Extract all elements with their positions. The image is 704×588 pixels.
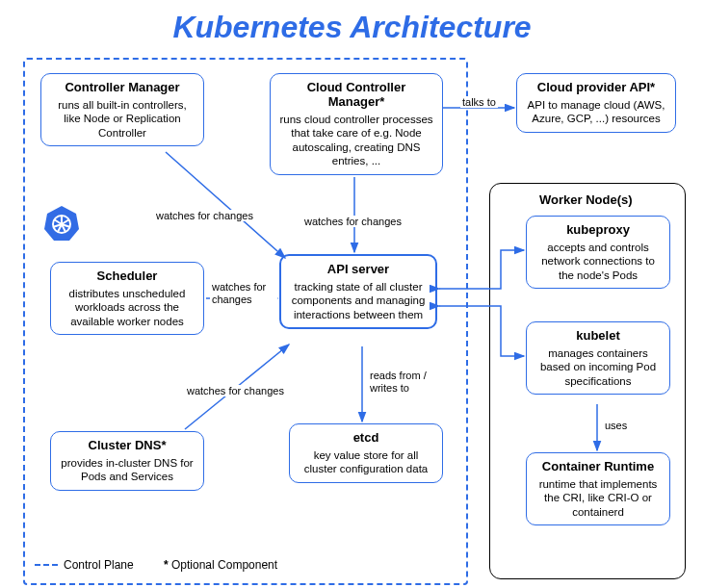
node-title: Cloud provider API* [525, 80, 667, 94]
container-runtime-node: Container Runtime runtime that implement… [526, 452, 670, 525]
legend-optional: * Optional Component [164, 558, 277, 572]
node-desc: manages containers based on incoming Pod… [535, 346, 662, 388]
kubeproxy-node: kubeproxy kubelet accepts and controls n… [526, 216, 670, 289]
diagram-title: Kubernetes Architecture [0, 0, 704, 45]
node-title: kubelet [535, 328, 662, 343]
edge-label-uses: uses [603, 420, 629, 431]
kubelet-node: kubelet manages containers based on inco… [526, 321, 670, 395]
worker-node-title: Worker Node(s) [539, 192, 633, 207]
node-title: Container Runtime [535, 459, 662, 473]
kubernetes-logo-icon [42, 204, 81, 243]
legend-control-plane: Control Plane [35, 558, 134, 572]
node-desc: runs cloud controller processes that tak… [278, 113, 434, 168]
node-desc: runtime that implements the CRI, like CR… [535, 477, 662, 519]
controller-manager-node: Controller Manager runs all built-in con… [40, 73, 204, 146]
node-desc: accepts and controls network connections… [535, 241, 662, 282]
node-desc: provides in-cluster DNS for Pods and Ser… [59, 456, 196, 484]
node-desc: distributes unscheduled workloads across… [59, 287, 196, 328]
node-desc: tracking state of all cluster components… [289, 280, 428, 321]
edge-label-watches-ccm: watches for changes [302, 216, 404, 227]
cloud-controller-manager-node: Cloud Controller Manager* runs cloud con… [270, 73, 443, 175]
edge-label-watches-dns: watches for changes [185, 385, 286, 396]
legend-label: Optional Component [171, 558, 277, 572]
node-title: Cluster DNS* [59, 438, 196, 452]
node-title: etcd [298, 430, 434, 445]
edge-label-watches-scheduler: watches for changes [210, 281, 277, 306]
cluster-dns-node: Cluster DNS* provides in-cluster DNS for… [50, 431, 204, 491]
legend-star: * [164, 558, 169, 572]
cloud-provider-api-node: Cloud provider API* API to manage cloud … [516, 73, 676, 133]
etcd-node: etcd key value store for all cluster con… [289, 423, 443, 483]
edge-label-talks-to: talks to [460, 96, 498, 108]
edge-label-watches-cm: watches for changes [154, 210, 255, 221]
node-desc: API to manage cloud (AWS, Azure, GCP, ..… [525, 98, 667, 126]
edge-label-reads-writes: reads from / writes to [368, 370, 437, 395]
node-title: Scheduler [59, 268, 196, 283]
scheduler-node: Scheduler distributes unscheduled worklo… [50, 262, 204, 335]
node-title: API server [289, 262, 428, 276]
node-title: Cloud Controller Manager* [278, 80, 434, 109]
api-server-node: API server tracking state of all cluster… [279, 254, 437, 329]
node-desc: runs all built-in controllers, like Node… [49, 98, 196, 140]
legend-label: Control Plane [64, 558, 134, 572]
node-title: kubeproxy [535, 222, 662, 237]
node-title: Controller Manager [49, 80, 196, 94]
node-desc: key value store for all cluster configur… [298, 448, 434, 476]
legend-dash-icon [35, 564, 58, 566]
